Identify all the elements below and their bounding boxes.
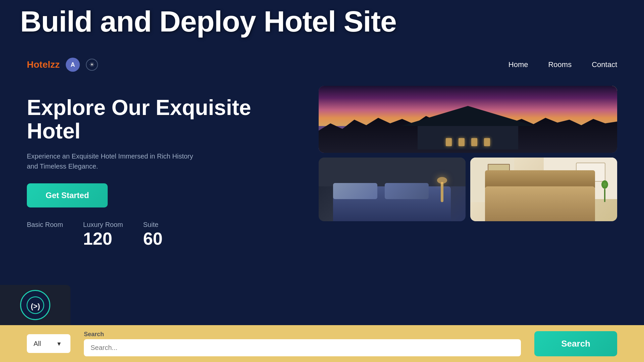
sofa bbox=[485, 186, 595, 222]
nav-rooms[interactable]: Rooms bbox=[548, 60, 572, 69]
stat-basic-label: Basic Room bbox=[27, 221, 63, 229]
pillow-left bbox=[333, 183, 377, 199]
window-light-4 bbox=[484, 138, 490, 146]
plant-stem bbox=[604, 189, 605, 202]
building-lights bbox=[446, 138, 490, 146]
search-label: Search bbox=[84, 331, 521, 338]
lamp-stand bbox=[441, 182, 443, 202]
main-content: Hotelzz A ☀ Home Rooms Contact Explore O… bbox=[0, 50, 644, 325]
svg-text:(>): (>) bbox=[31, 302, 40, 310]
stat-basic: Basic Room bbox=[27, 221, 63, 249]
hero-bottom-images bbox=[319, 158, 617, 221]
hero-heading: Explore Our Exquisite Hotel bbox=[27, 96, 299, 143]
hero-section: Explore Our Exquisite Hotel Experience a… bbox=[0, 79, 644, 249]
stat-suite-value: 60 bbox=[143, 229, 163, 249]
roof-shape bbox=[401, 106, 535, 126]
stat-luxury-label: Luxury Room bbox=[83, 221, 123, 229]
window-light-3 bbox=[471, 138, 477, 146]
search-button[interactable]: Search bbox=[534, 331, 617, 356]
stat-suite: Suite 60 bbox=[143, 221, 163, 249]
title-bar: Build and Deploy Hotel Site bbox=[0, 0, 644, 43]
hero-image-bedroom bbox=[319, 158, 466, 221]
page-title: Build and Deploy Hotel Site bbox=[20, 6, 624, 37]
nav-home[interactable]: Home bbox=[508, 60, 528, 69]
hero-description: Experience an Exquisite Hotel Immersed i… bbox=[27, 151, 201, 171]
sun-icon: ☀ bbox=[89, 61, 95, 68]
chevron-down-icon: ▾ bbox=[57, 340, 61, 348]
theme-toggle-button[interactable]: ☀ bbox=[86, 59, 98, 71]
search-group: Search bbox=[84, 331, 521, 356]
stats-section: Basic Room Luxury Room 120 Suite 60 bbox=[27, 221, 299, 249]
fcc-overlay: (>) bbox=[0, 285, 70, 325]
pillow-right bbox=[385, 183, 429, 199]
stat-suite-label: Suite bbox=[143, 221, 163, 229]
navbar-right: Home Rooms Contact bbox=[508, 60, 617, 69]
filter-select[interactable]: All Basic Luxury Suite bbox=[34, 340, 54, 347]
get-started-button[interactable]: Get Started bbox=[27, 183, 108, 207]
navbar-left: Hotelzz A ☀ bbox=[27, 58, 98, 72]
hero-left: Explore Our Exquisite Hotel Experience a… bbox=[27, 89, 299, 249]
stat-luxury: Luxury Room 120 bbox=[83, 221, 123, 249]
bottom-search-bar: All Basic Luxury Suite ▾ Search Search bbox=[0, 325, 644, 362]
search-input[interactable] bbox=[84, 339, 521, 356]
hero-image-lounge bbox=[470, 158, 617, 221]
window-light-1 bbox=[446, 138, 452, 146]
hero-images bbox=[319, 86, 617, 221]
navbar: Hotelzz A ☀ Home Rooms Contact bbox=[0, 50, 644, 79]
plant-leaf bbox=[601, 180, 608, 189]
hero-image-exterior bbox=[319, 86, 617, 153]
lamp-shade bbox=[437, 177, 447, 184]
plant bbox=[600, 182, 610, 202]
stat-luxury-value: 120 bbox=[83, 229, 123, 249]
avatar: A bbox=[66, 58, 80, 72]
fcc-logo-icon: (>) bbox=[20, 290, 50, 320]
nav-contact[interactable]: Contact bbox=[592, 60, 617, 69]
filter-dropdown-wrapper[interactable]: All Basic Luxury Suite ▾ bbox=[27, 334, 70, 353]
logo[interactable]: Hotelzz bbox=[27, 59, 60, 70]
window-light-2 bbox=[459, 138, 465, 146]
